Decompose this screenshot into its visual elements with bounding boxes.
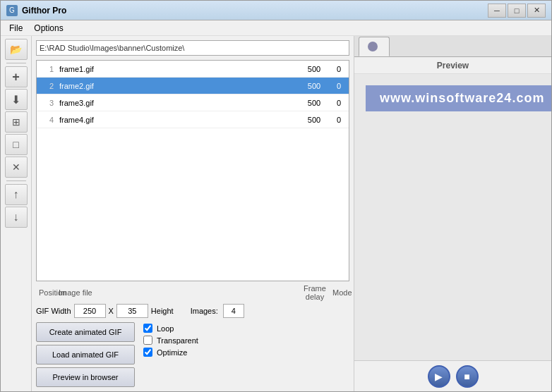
loop-checkbox[interactable] (143, 324, 152, 333)
preview-label: Preview (437, 61, 469, 71)
bottom-actions-row: Create animated GIF Load animated GIF Pr… (36, 322, 349, 387)
table-row[interactable]: 1 frame1.gif 500 0 (37, 61, 349, 78)
transparent-checkbox-row: Transparent (143, 336, 198, 345)
optimize-label: Optimize (157, 348, 187, 357)
preview-tabs (354, 36, 551, 57)
right-panel: Preview www.winsoftware24.com ▶ ■ (354, 36, 551, 391)
table-row[interactable]: 3 frame3.gif 500 0 (37, 94, 349, 111)
delete-btn[interactable]: ✕ (5, 157, 28, 178)
title-controls: ─ □ ✕ (488, 4, 546, 18)
app-icon: G (6, 5, 18, 16)
x-label: X (109, 307, 114, 315)
frame-num: 4 (40, 116, 54, 124)
window-title: Gifthor Pro (22, 6, 488, 16)
transparent-checkbox[interactable] (143, 336, 152, 345)
frame-num: 3 (40, 99, 54, 107)
frame-delay: 500 (296, 65, 332, 73)
loop-label: Loop (157, 324, 174, 333)
optimize-checkbox-row: Optimize (143, 348, 198, 357)
separator-2 (6, 180, 26, 181)
transparent-label: Transparent (157, 336, 198, 345)
move-down-btn[interactable]: ↓ (5, 207, 28, 228)
checkboxes-area: Loop Transparent Optimize (143, 324, 198, 357)
preview-footer: ▶ ■ (354, 360, 551, 391)
mode-col-header: Mode (332, 288, 347, 297)
frame-delay: 500 (296, 116, 332, 124)
path-bar (36, 40, 349, 56)
add-frame-btn[interactable]: + (5, 66, 28, 87)
frame-num: 2 (40, 82, 54, 90)
frame-name: frame1.gif (54, 65, 296, 73)
path-input[interactable] (36, 40, 349, 56)
frame-num: 1 (40, 65, 54, 73)
frame-mode: 0 (332, 99, 346, 107)
move-up-btn[interactable]: ↑ (5, 184, 28, 205)
open-folder-btn[interactable]: 📂 (5, 39, 28, 60)
frame-mode: 0 (332, 116, 346, 124)
preview-area: www.winsoftware24.com (354, 74, 551, 360)
gif-width-label: GIF Width (36, 307, 71, 315)
frame-name: frame4.gif (54, 116, 296, 124)
action-buttons: Create animated GIF Load animated GIF Pr… (36, 322, 135, 387)
left-toolbar: 📂 + ⬇ ⊞ □ ✕ ↑ ↓ (1, 36, 32, 391)
load-animated-gif-button[interactable]: Load animated GIF (36, 345, 135, 365)
gif-height-input[interactable] (116, 304, 148, 318)
frame-delay: 500 (296, 82, 332, 90)
images-count-label: Images: (191, 304, 244, 318)
main-window: G Gifthor Pro ─ □ ✕ File Options 📂 + ⬇ ⊞… (0, 0, 552, 392)
grid-btn[interactable]: ⊞ (5, 111, 28, 133)
frame-mode: 0 (332, 82, 346, 90)
stop-button[interactable]: ■ (456, 365, 479, 388)
maximize-button[interactable]: □ (508, 4, 526, 18)
file-menu[interactable]: File (4, 22, 28, 35)
gif-width-input[interactable] (74, 304, 106, 318)
main-content: 📂 + ⬇ ⊞ □ ✕ ↑ ↓ 1 frame1.gif 500 (1, 36, 551, 391)
preview-in-browser-button[interactable]: Preview in browser (36, 367, 135, 387)
column-headers: Position Image file Frame delay Mode (36, 286, 349, 300)
image-file-col-header: Image file (53, 288, 297, 297)
options-menu[interactable]: Options (28, 22, 68, 35)
gif-size-row: GIF Width X Height Images: (36, 304, 349, 318)
title-bar: G Gifthor Pro ─ □ ✕ (1, 1, 551, 20)
table-row[interactable]: 4 frame4.gif 500 0 (37, 111, 349, 128)
preview-label-bar: Preview (354, 57, 551, 74)
position-col-header: Position (39, 288, 53, 297)
blank-btn[interactable]: □ (5, 134, 28, 155)
frame-mode: 0 (332, 65, 346, 73)
play-icon: ▶ (435, 371, 443, 382)
separator-1 (6, 63, 26, 63)
frame-name: frame2.gif (54, 82, 296, 90)
play-button[interactable]: ▶ (428, 365, 450, 388)
minimize-button[interactable]: ─ (488, 4, 506, 18)
loop-checkbox-row: Loop (143, 324, 198, 333)
import-btn[interactable]: ⬇ (5, 89, 28, 110)
frame-delay: 500 (296, 99, 332, 107)
frames-table: 1 frame1.gif 500 0 2 frame2.gif 500 0 3 … (36, 60, 349, 281)
preview-tab-icon[interactable] (359, 37, 390, 56)
stop-icon: ■ (464, 371, 469, 382)
frame-name: frame3.gif (54, 99, 296, 107)
optimize-checkbox[interactable] (143, 348, 152, 357)
height-label: Height (151, 307, 174, 315)
menu-bar: File Options (1, 20, 551, 36)
table-row[interactable]: 2 frame2.gif 500 0 (37, 78, 349, 94)
center-area: 1 frame1.gif 500 0 2 frame2.gif 500 0 3 … (32, 36, 354, 391)
create-animated-gif-button[interactable]: Create animated GIF (36, 322, 135, 342)
close-button[interactable]: ✕ (527, 4, 546, 18)
images-count-input[interactable] (223, 304, 244, 318)
frame-delay-col-header: Frame delay (297, 284, 332, 301)
preview-banner: www.winsoftware24.com (366, 85, 551, 111)
